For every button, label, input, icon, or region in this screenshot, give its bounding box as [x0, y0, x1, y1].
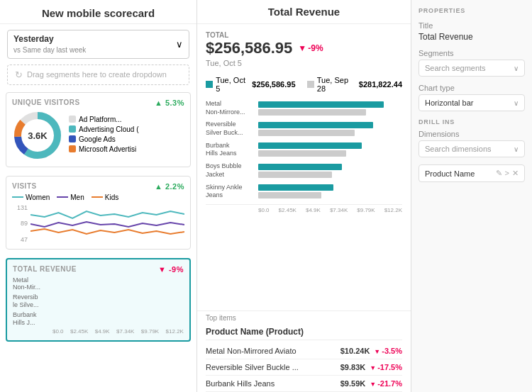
dimension-tag-actions: ✎ > ✕	[496, 169, 519, 178]
visits-men: Men	[70, 194, 84, 201]
right-panel: PROPERTIES Title Total Revenue Segments …	[411, 0, 532, 392]
drag-segments-area: ↻ Drag segments here to create dropdown	[7, 65, 189, 85]
total-label: TOTAL	[206, 31, 402, 39]
comp-value-prev: $281,822.44	[359, 80, 402, 89]
hbar-label-4: Skinny AnkleJeans	[206, 184, 255, 200]
top-item-change-1: -17.5%	[370, 363, 402, 371]
visits-pct: ▲ 2.2%	[155, 182, 184, 191]
drill-ins-header: DRILL INS	[419, 118, 525, 125]
top-items-label: Top items	[206, 314, 402, 322]
donut-chart: 3.6K	[12, 110, 63, 161]
dimensions-chevron-icon: ∨	[514, 145, 519, 153]
top-item-name-1: Reversible Silver Buckle ...	[206, 363, 335, 371]
dimensions-label: Dimensions	[419, 130, 525, 138]
comp-color-prev	[307, 81, 314, 88]
hbar-label-2: BurbankHills Jeans	[206, 142, 255, 158]
dimensions-select[interactable]: Search dimensions ∨	[419, 140, 525, 157]
segments-placeholder: Search segments	[425, 64, 486, 72]
top-item-row-0: Metal Non-Mirrored Aviato $10.24K -3.5%	[206, 343, 402, 359]
comp-date-prev: Tue, Sep 28	[317, 76, 353, 93]
edit-icon[interactable]: ✎	[496, 169, 502, 178]
hbar-label-3: Boys BubbleJacket	[206, 162, 255, 179]
horizontal-bar-chart: MetalNon-Mirrore... ReversibleSilver Buc…	[197, 97, 411, 310]
segments-chevron-icon: ∨	[514, 65, 519, 72]
total-change: ▼ -9%	[298, 43, 323, 53]
legend-item-0: Ad Platform...	[79, 116, 122, 123]
segments-select[interactable]: Search segments ∨	[419, 60, 525, 77]
top-item-change-2: -21.7%	[370, 379, 402, 388]
chart-type-select[interactable]: Horizontal bar ∨	[419, 94, 525, 111]
segments-label: Segments	[419, 49, 525, 57]
total-change-arrow: ▼	[298, 43, 306, 53]
mini-bar-label-2: BurbankHills J...	[13, 311, 50, 327]
legend-item-2: Google Ads	[79, 135, 116, 143]
hbar-label-1: ReversibleSilver Buck...	[206, 121, 255, 137]
top-item-value-0: $10.24K	[340, 347, 370, 355]
top-item-change-0: -3.5%	[374, 347, 402, 355]
legend-item-1: Advertising Cloud (	[79, 125, 138, 133]
top-item-value-2: $9.59K	[340, 379, 365, 388]
top-item-row-1: Reversible Silver Buckle ... $9.83K -17.…	[206, 359, 402, 376]
refresh-icon: ↻	[15, 69, 23, 80]
chart-type-value: Horizontal bar	[425, 99, 473, 107]
top-item-value-1: $9.83K	[340, 363, 365, 371]
down-icon-1	[370, 363, 376, 371]
total-revenue-mini-title: TOTAL REVENUE	[13, 265, 77, 273]
hbar-x-axis: $0.0$2.45K$4.9K$7.34K$9.79K$12.2K	[206, 204, 402, 213]
dimension-tag-name: Product Name	[425, 169, 475, 178]
donut-center-value: 3.6K	[28, 130, 47, 140]
unique-visitors-card: UNIQUE VISITORS ▲ 5.3% 3.6K Ad Platform.…	[6, 92, 191, 167]
total-date: Tue, Oct 5	[206, 59, 402, 67]
title-prop-value: Total Revenue	[419, 32, 525, 42]
top-items-section: Top items Product Name (Product) Metal N…	[197, 310, 411, 392]
visits-card: VISITS ▲ 2.2% Women Men Kids 1318947	[6, 176, 191, 250]
unique-visitors-title: UNIQUE VISITORS	[12, 99, 80, 106]
hbar-label-0: MetalNon-Mirrore...	[206, 100, 255, 116]
date-main: Yesterday	[13, 34, 86, 45]
date-sub: vs Same day last week	[13, 45, 86, 55]
mini-x-axis: $0.0$2.45K$4.9K$7.34K$9.79K$12.2K	[13, 328, 184, 335]
legend-item-3: Microsoft Advertisi	[79, 145, 136, 153]
dimensions-placeholder: Search dimensions	[425, 145, 492, 153]
dimension-tag: Product Name ✎ > ✕	[419, 164, 525, 182]
visits-kids: Kids	[105, 194, 118, 201]
chart-title: Total Revenue	[197, 0, 411, 24]
left-panel: New mobile scorecard Yesterday vs Same d…	[0, 0, 197, 392]
comp-date-current: Tue, Oct 5	[216, 76, 246, 93]
comp-color-current	[206, 81, 213, 88]
title-prop-label: Title	[419, 21, 525, 30]
chart-type-label: Chart type	[419, 84, 525, 92]
donut-legend: Ad Platform... Advertising Cloud ( Googl…	[69, 116, 138, 155]
top-item-name-0: Metal Non-Mirrored Aviato	[206, 347, 335, 355]
unique-visitors-pct: ▲ 5.3%	[155, 99, 184, 107]
visits-women: Women	[26, 194, 50, 201]
total-section: TOTAL $256,586.95 ▼ -9% Tue, Oct 5	[197, 24, 411, 72]
visits-legend: Women Men Kids	[12, 194, 184, 201]
mini-bar-label-0: MetalNon-Mir...	[13, 276, 50, 292]
date-selector[interactable]: Yesterday vs Same day last week	[7, 30, 189, 59]
chevron-right-icon[interactable]: >	[505, 169, 509, 178]
middle-panel: Total Revenue TOTAL $256,586.95 ▼ -9% Tu…	[197, 0, 411, 392]
mini-bar-chart: MetalNon-Mir... Reversible Silve... Burb…	[13, 276, 184, 327]
down-icon-0	[374, 347, 380, 355]
properties-header: PROPERTIES	[419, 7, 525, 14]
down-icon-2	[370, 379, 376, 388]
total-revenue-mini-pct: ▼ -9%	[158, 265, 184, 274]
total-revenue-mini-card: TOTAL REVENUE ▼ -9% MetalNon-Mir... Reve…	[6, 258, 191, 342]
top-item-name-2: Burbank Hills Jeans	[206, 379, 335, 388]
scorecard-title: New mobile scorecard	[0, 0, 196, 24]
top-item-row-2: Burbank Hills Jeans $9.59K -21.7%	[206, 376, 402, 392]
chart-type-chevron-icon: ∨	[514, 99, 519, 107]
visits-title: VISITS	[12, 182, 37, 190]
mini-bar-label-1: Reversible Silve...	[13, 293, 50, 309]
comp-value-current: $256,586.95	[252, 80, 295, 89]
chevron-down-icon	[176, 39, 183, 50]
total-change-value: -9%	[308, 43, 323, 53]
top-items-header: Product Name (Product)	[206, 324, 402, 340]
total-value: $256,586.95	[206, 39, 292, 57]
close-icon[interactable]: ✕	[512, 169, 519, 178]
comparison-row: Tue, Oct 5 $256,586.95 Tue, Sep 28 $281,…	[197, 72, 411, 97]
drag-label: Drag segments here to create dropdown	[27, 70, 167, 79]
